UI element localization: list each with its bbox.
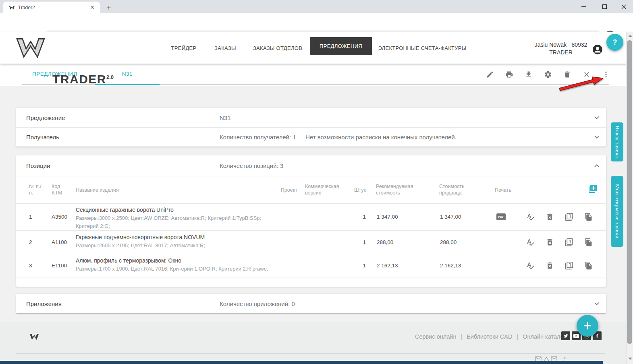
- add-fab-button[interactable]: [577, 315, 598, 337]
- add-position-icon[interactable]: [588, 184, 598, 194]
- pos-no: 3: [29, 263, 32, 269]
- spellcheck-icon[interactable]: [525, 261, 535, 270]
- col-header-name: Название изделия: [76, 187, 119, 193]
- pos-seller: 288,00: [440, 239, 457, 245]
- nav-item-trader[interactable]: ТРЕЙДЕР: [171, 32, 197, 64]
- nav-item-offers-active[interactable]: ПРЕДЛОЖЕНИЯ: [310, 37, 372, 55]
- pos-recommended: 1 347,00: [377, 214, 398, 220]
- edit-icon[interactable]: [484, 68, 496, 81]
- position-row: 3 E1100 Алюм. профиль с терморазрывом: О…: [16, 254, 606, 277]
- side-tab-my-open-requests[interactable]: Мои открытые заявки: [611, 176, 623, 247]
- offer-value: N31: [220, 108, 231, 127]
- scrollbar-down-arrow[interactable]: [628, 358, 632, 360]
- copy-one-icon[interactable]: [564, 212, 574, 221]
- positions-label: Позиции: [26, 155, 50, 176]
- download-icon[interactable]: [522, 68, 535, 81]
- user-role: TRADER: [531, 49, 591, 56]
- new-tab-button[interactable]: ＋: [104, 3, 114, 13]
- brand-version: 2.0: [106, 74, 114, 80]
- tab-close-icon[interactable]: ✕: [89, 4, 96, 11]
- row-divider: [16, 277, 606, 277]
- chevron-down-icon[interactable]: [592, 113, 601, 122]
- duplicate-file-icon[interactable]: [583, 237, 593, 247]
- scrollbar-up-arrow[interactable]: [628, 35, 632, 37]
- pos-name-block: Секционные гаражные ворота UniPro Размер…: [76, 207, 267, 230]
- red-annotation-arrow: [557, 72, 606, 94]
- attachments-card[interactable]: Приложения Количество приложений: 0: [16, 294, 606, 313]
- chevron-down-icon[interactable]: [592, 132, 601, 141]
- help-button[interactable]: ?: [606, 34, 623, 51]
- app-header: TRADER2.0 ТРЕЙДЕР ЗАКАЗЫ ЗАКАЗЫ ОТДЕЛОВ …: [0, 32, 633, 64]
- attachments-label: Приложения: [26, 294, 62, 313]
- scrollbar-thumb[interactable]: [627, 40, 632, 344]
- delete-forever-icon[interactable]: [545, 237, 554, 247]
- recipient-count: Количество получателей: 1: [220, 127, 296, 147]
- user-avatar-icon[interactable]: [592, 44, 603, 55]
- footer-separator: |: [456, 333, 467, 340]
- offer-summary-card: Предложение N31 Получатель Количество по…: [16, 108, 606, 147]
- window-minimize-button[interactable]: [574, 0, 593, 13]
- twitter-icon[interactable]: [561, 331, 570, 340]
- duplicate-file-icon[interactable]: [583, 261, 593, 270]
- footer-link-service-online[interactable]: Сервис онлайн: [415, 333, 456, 340]
- wisniowski-logo: [16, 38, 45, 58]
- delete-forever-icon[interactable]: [545, 212, 554, 221]
- pos-name: Секционные гаражные ворота UniPro: [76, 207, 267, 213]
- spellcheck-icon[interactable]: [525, 237, 535, 247]
- offer-row[interactable]: Предложение N31: [16, 108, 606, 127]
- footer-divider: [16, 353, 605, 354]
- window-close-button[interactable]: [614, 0, 633, 13]
- delete-forever-icon[interactable]: [545, 261, 554, 270]
- side-tab-new-request[interactable]: Новая заявка: [611, 122, 623, 161]
- copy-one-icon[interactable]: [564, 237, 574, 247]
- recipient-row[interactable]: Получатель Количество получателей: 1 Нет…: [16, 127, 606, 147]
- offer-label: Предложение: [26, 108, 65, 127]
- col-header-project: Проект: [265, 187, 297, 193]
- footer-links: Сервис онлайн | Библиотеки CAD | Онлайн …: [415, 333, 569, 340]
- window-titlebar: Trader2 ✕ ＋: [0, 0, 633, 13]
- nav-item-orders[interactable]: ЗАКАЗЫ: [214, 32, 236, 64]
- window-maximize-button[interactable]: [595, 0, 614, 13]
- attachments-count: Количество приложений: 0: [220, 294, 295, 313]
- spellcheck-icon[interactable]: [525, 212, 535, 221]
- col-header-code: КодKTM: [52, 183, 62, 196]
- chevron-up-icon[interactable]: [592, 161, 601, 170]
- col-header-print: Печать: [495, 187, 511, 193]
- nav-item-e-invoices[interactable]: ЭЛЕКТРОННЫЕ СЧЕТА-ФАКТУРЫ: [378, 32, 466, 64]
- pos-code: E1100: [52, 263, 67, 269]
- pos-code: A3500: [52, 214, 67, 220]
- user-info[interactable]: Jasiu Nowak - 80932 TRADER: [531, 41, 591, 56]
- copy-one-icon[interactable]: [564, 261, 574, 270]
- pdf-icon[interactable]: PDF: [496, 213, 506, 220]
- pos-recommended: 2 162,13: [377, 263, 398, 269]
- chevron-down-icon[interactable]: [592, 299, 601, 308]
- duplicate-file-icon[interactable]: [583, 212, 593, 221]
- favicon-w-logo: [9, 5, 15, 10]
- pos-desc: Размеры:2605 x 2195; Цвет:RAL 8017; Авто…: [76, 242, 267, 250]
- pos-name-block: Гаражные подъемно-поворотные ворота NOVU…: [76, 234, 267, 250]
- footer-link-cad-libraries[interactable]: Библиотеки CAD: [467, 333, 512, 340]
- pos-qty: 1: [346, 239, 366, 245]
- recipient-label: Получатель: [26, 127, 59, 147]
- nav-item-department-orders[interactable]: ЗАКАЗЫ ОТДЕЛОВ: [253, 32, 302, 64]
- positions-count: Количество позиций: 3: [220, 155, 283, 176]
- pos-desc: Размеры:3000 x 2500; Цвет:AW ORZE; Автом…: [76, 214, 267, 230]
- position-row: 1 A3500 Секционные гаражные ворота UniPr…: [16, 203, 606, 230]
- col-header-commercial: Коммерческаяверсия: [305, 183, 339, 196]
- col-header-qty: Штук: [346, 187, 366, 193]
- pos-seller: 1 347,00: [440, 214, 461, 220]
- pos-qty: 1: [346, 263, 366, 269]
- browser-toolbar: trader.wisniowski.pl/app/trader/offers/1…: [0, 13, 633, 32]
- col-header-seller: Стоимостьпродавца: [439, 183, 465, 196]
- print-icon[interactable]: [503, 68, 516, 81]
- positions-header-row[interactable]: Позиции Количество позиций: 3: [16, 155, 606, 176]
- row-divider: [16, 176, 606, 176]
- brand-title: TRADER2.0: [52, 72, 114, 86]
- settings-gear-icon[interactable]: [542, 68, 554, 81]
- col-header-recommended: Рекомендуемаястоимость: [376, 183, 413, 196]
- browser-tab[interactable]: Trader2 ✕: [3, 2, 100, 13]
- recipient-note: Нет возможности расписки на конечных пол…: [305, 127, 457, 147]
- col-header-no: № п./п.: [29, 183, 42, 196]
- footer-separator: |: [512, 333, 523, 340]
- bottom-bar: [0, 361, 603, 364]
